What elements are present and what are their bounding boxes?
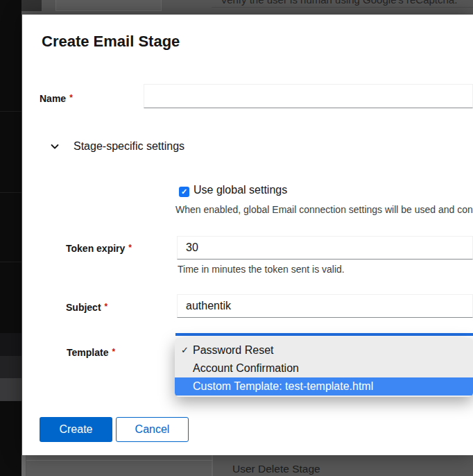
cancel-button[interactable]: Cancel	[116, 417, 189, 442]
template-dropdown-popup: ✓ Password Reset Account Confirmation Cu…	[175, 338, 473, 397]
screen: Verify the user is human using Google's …	[0, 0, 473, 476]
modal-title: Create Email Stage	[42, 33, 180, 51]
section-label: Stage-specific settings	[74, 140, 184, 153]
background-page-top: Verify the user is human using Google's …	[22, 0, 473, 15]
required-asterisk: *	[69, 93, 73, 103]
required-asterisk: *	[112, 347, 115, 357]
background-table-cell	[26, 455, 213, 476]
chevron-down-icon	[49, 141, 60, 152]
sidebar-divider	[0, 111, 22, 112]
token-expiry-label: Token expiry*	[66, 243, 132, 254]
required-asterisk: *	[128, 243, 132, 253]
required-asterisk: *	[105, 302, 108, 312]
sidebar-divider	[0, 262, 22, 262]
sidebar-item-dimmed	[0, 378, 22, 401]
selected-check-icon: ✓	[181, 341, 189, 359]
check-icon: ✓	[181, 187, 187, 196]
stage-specific-settings-toggle[interactable]: Stage-specific settings	[49, 138, 184, 155]
token-expiry-input[interactable]	[177, 236, 473, 260]
sidebar-item-dimmed	[0, 333, 22, 356]
dropdown-option-custom-template[interactable]: Custom Template: test-template.html	[175, 377, 473, 396]
subject-input[interactable]	[177, 294, 473, 318]
name-input[interactable]	[144, 84, 473, 108]
dropdown-option-password-reset[interactable]: ✓ Password Reset	[175, 341, 473, 359]
sidebar-item-dimmed	[0, 356, 22, 378]
dropdown-option-label: Account Confirmation	[193, 362, 299, 374]
sidebar-divider	[0, 192, 22, 193]
scrollbar-dimmed	[22, 455, 26, 476]
background-row-text: Verify the user is human using Google's …	[221, 0, 457, 6]
app-sidebar-dimmed	[0, 0, 22, 476]
use-global-settings-label: Use global settings	[194, 184, 287, 196]
subject-label: Subject*	[66, 302, 108, 313]
use-global-settings-checkbox[interactable]: ✓	[179, 187, 189, 197]
background-row-border	[26, 460, 213, 461]
token-expiry-helper: Time in minutes the token sent is valid.	[178, 264, 345, 275]
subject-label-text: Subject	[66, 302, 101, 313]
use-global-settings-helper: When enabled, global Email connection se…	[175, 204, 473, 215]
dropdown-option-account-confirmation[interactable]: Account Confirmation	[175, 359, 473, 377]
template-label-text: Template	[67, 347, 108, 358]
background-table-cell	[55, 0, 162, 11]
background-row-text: User Delete Stage	[232, 463, 320, 475]
dropdown-option-label: Password Reset	[193, 344, 274, 356]
template-select[interactable]	[175, 333, 473, 336]
name-label: Name*	[40, 93, 73, 104]
dropdown-option-label: Custom Template: test-template.html	[193, 380, 373, 392]
name-label-text: Name	[40, 93, 66, 104]
background-row-border	[212, 7, 473, 8]
token-expiry-label-text: Token expiry	[66, 243, 125, 254]
background-page-bottom: User Delete Stage	[22, 455, 473, 476]
background-block	[22, 0, 42, 11]
create-button[interactable]: Create	[40, 417, 112, 442]
template-label: Template*	[67, 347, 115, 358]
